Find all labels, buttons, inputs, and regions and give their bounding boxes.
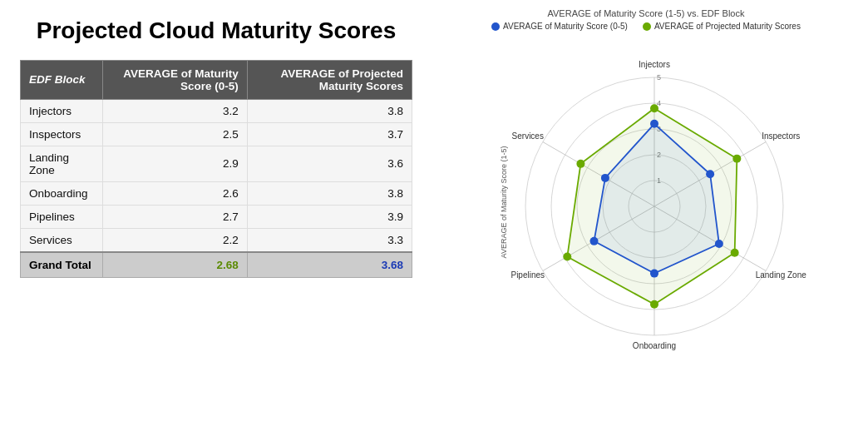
row-proj: 3.8 (247, 99, 412, 122)
row-label: Pipelines (21, 205, 103, 228)
svg-point-35 (601, 174, 609, 182)
row-avg: 2.2 (102, 228, 247, 252)
right-panel: AVERAGE of Maturity Score (1-5) vs. EDF … (432, 0, 868, 436)
legend-green-label: AVERAGE of Projected Maturity Scores (654, 22, 801, 31)
svg-point-31 (706, 170, 714, 178)
chart-legend: AVERAGE of Maturity Score (0-5) AVERAGE … (491, 22, 801, 31)
svg-point-26 (650, 300, 658, 309)
legend-green: AVERAGE of Projected Maturity Scores (643, 22, 801, 31)
row-label: Onboarding (21, 181, 103, 205)
row-proj: 3.3 (247, 228, 412, 252)
row-proj: 3.9 (247, 205, 412, 228)
svg-point-28 (576, 160, 584, 168)
svg-text:Landing Zone: Landing Zone (756, 270, 807, 280)
row-avg: 2.7 (102, 205, 247, 228)
row-label: Inspectors (21, 122, 103, 146)
left-panel: Projected Cloud Maturity Scores EDF Bloc… (0, 0, 432, 436)
row-avg: 3.2 (102, 99, 247, 122)
svg-text:Pipelines: Pipelines (510, 270, 545, 280)
svg-text:Onboarding: Onboarding (633, 341, 676, 350)
svg-point-32 (715, 240, 723, 248)
svg-point-23 (650, 104, 658, 112)
svg-point-30 (650, 120, 658, 128)
svg-point-33 (650, 270, 658, 278)
col1-header: EDF Block (21, 60, 103, 99)
svg-point-34 (590, 237, 599, 245)
col3-header: AVERAGE of Projected Maturity Scores (247, 60, 412, 99)
chart-title: AVERAGE of Maturity Score (1-5) vs. EDF … (548, 8, 745, 18)
row-avg: 2.5 (102, 122, 247, 146)
svg-point-25 (731, 249, 739, 257)
table-row: Injectors 3.2 3.8 (21, 99, 412, 122)
grand-total-label: Grand Total (21, 252, 103, 278)
legend-blue: AVERAGE of Maturity Score (0-5) (491, 22, 628, 31)
radar-chart-container: AVERAGE of Maturity Score (1-5) 12345Inj… (455, 36, 837, 369)
row-label: Services (21, 228, 103, 252)
row-proj: 3.7 (247, 122, 412, 146)
svg-text:Injectors: Injectors (639, 60, 670, 69)
col2-header: AVERAGE of Maturity Score (0-5) (102, 60, 247, 99)
radar-svg: 12345InjectorsInspectorsLanding ZoneOnbo… (455, 36, 837, 369)
svg-text:Services: Services (512, 131, 544, 141)
table-row: Landing Zone 2.9 3.6 (21, 146, 412, 181)
page-title: Projected Cloud Maturity Scores (20, 17, 412, 45)
grand-total-proj: 3.68 (247, 252, 412, 278)
svg-point-27 (563, 252, 571, 260)
svg-text:5: 5 (657, 73, 661, 82)
svg-point-24 (732, 155, 741, 163)
legend-blue-dot (491, 22, 500, 31)
legend-blue-label: AVERAGE of Maturity Score (0-5) (503, 22, 628, 31)
legend-green-dot (643, 22, 651, 31)
svg-text:Inspectors: Inspectors (762, 131, 800, 141)
row-label: Injectors (21, 99, 103, 122)
table-row: Inspectors 2.5 3.7 (21, 122, 412, 146)
grand-total-avg: 2.68 (102, 252, 247, 278)
table-row: Onboarding 2.6 3.8 (21, 181, 412, 205)
data-table: EDF Block AVERAGE of Maturity Score (0-5… (20, 60, 412, 278)
row-avg: 2.9 (102, 146, 247, 181)
table-row: Services 2.2 3.3 (21, 228, 412, 252)
row-proj: 3.6 (247, 146, 412, 181)
row-proj: 3.8 (247, 181, 412, 205)
y-axis-label: AVERAGE of Maturity Score (1-5) (500, 146, 508, 259)
row-avg: 2.6 (102, 181, 247, 205)
table-row: Pipelines 2.7 3.9 (21, 205, 412, 228)
row-label: Landing Zone (21, 146, 103, 181)
